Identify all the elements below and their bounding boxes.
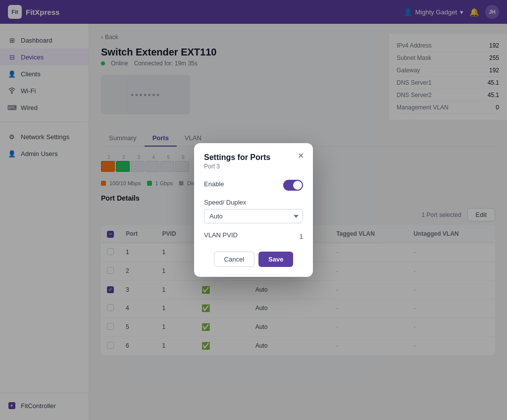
speed-duplex-field: Speed/ Duplex Auto 10 Mbps 100 Mbps 1 Gb…: [204, 199, 303, 223]
modal-overlay: ✕ Settings for Ports Port 3 Enable Speed…: [0, 0, 507, 420]
save-button[interactable]: Save: [258, 252, 293, 267]
vlan-pvid-label: VLAN PVID: [204, 231, 238, 239]
vlan-pvid-row: VLAN PVID 1: [204, 231, 303, 242]
speed-duplex-select[interactable]: Auto 10 Mbps 100 Mbps 1 Gbps: [204, 209, 303, 223]
vlan-pvid-value: 1: [300, 233, 303, 240]
enable-label: Enable: [204, 180, 224, 188]
speed-duplex-label: Speed/ Duplex: [204, 199, 303, 206]
settings-modal: ✕ Settings for Ports Port 3 Enable Speed…: [194, 143, 313, 277]
enable-row: Enable: [204, 180, 303, 191]
modal-subtitle: Port 3: [204, 163, 303, 170]
modal-close-button[interactable]: ✕: [295, 150, 306, 161]
cancel-button[interactable]: Cancel: [214, 252, 254, 267]
modal-actions: Cancel Save: [204, 252, 303, 267]
enable-toggle[interactable]: [283, 180, 303, 191]
toggle-knob: [293, 181, 302, 190]
modal-title: Settings for Ports: [204, 153, 303, 162]
